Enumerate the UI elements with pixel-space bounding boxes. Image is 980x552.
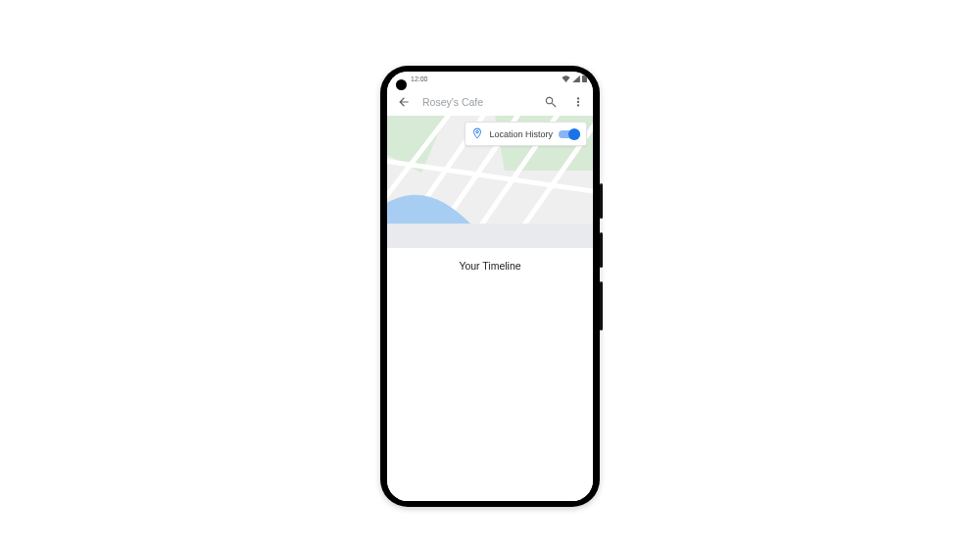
search-icon xyxy=(544,95,558,109)
back-button[interactable] xyxy=(395,93,413,111)
phone-frame: 12:00 xyxy=(380,66,600,507)
status-time: 12:00 xyxy=(411,75,428,82)
overflow-menu-button[interactable] xyxy=(569,93,587,111)
timeline-title: Your Timeline xyxy=(459,260,520,272)
status-icons xyxy=(562,75,587,82)
svg-point-10 xyxy=(476,130,479,133)
more-vert-icon xyxy=(571,95,585,109)
arrow-back-icon xyxy=(397,95,411,109)
status-bar: 12:00 xyxy=(387,72,593,88)
power-button xyxy=(600,281,603,330)
location-pin-icon xyxy=(471,125,483,143)
app-bar: Rosey's Cafe xyxy=(387,88,593,116)
location-history-chip[interactable]: Location History xyxy=(465,122,587,146)
battery-icon xyxy=(582,75,587,82)
svg-rect-9 xyxy=(387,224,593,248)
volume-up-button xyxy=(600,183,603,219)
volume-down-button xyxy=(600,232,603,268)
stage: 12:00 xyxy=(0,0,980,552)
cellular-icon xyxy=(572,75,580,82)
location-history-label: Location History xyxy=(489,129,553,139)
toggle-thumb xyxy=(568,128,580,140)
phone-screen: 12:00 xyxy=(387,72,593,501)
location-history-toggle[interactable] xyxy=(559,128,580,140)
search-text[interactable]: Rosey's Cafe xyxy=(422,96,532,108)
front-camera xyxy=(396,79,407,90)
wifi-icon xyxy=(562,75,570,82)
timeline-panel: Your Timeline xyxy=(387,248,593,501)
search-button[interactable] xyxy=(542,93,560,111)
map[interactable]: Location History xyxy=(387,116,593,248)
